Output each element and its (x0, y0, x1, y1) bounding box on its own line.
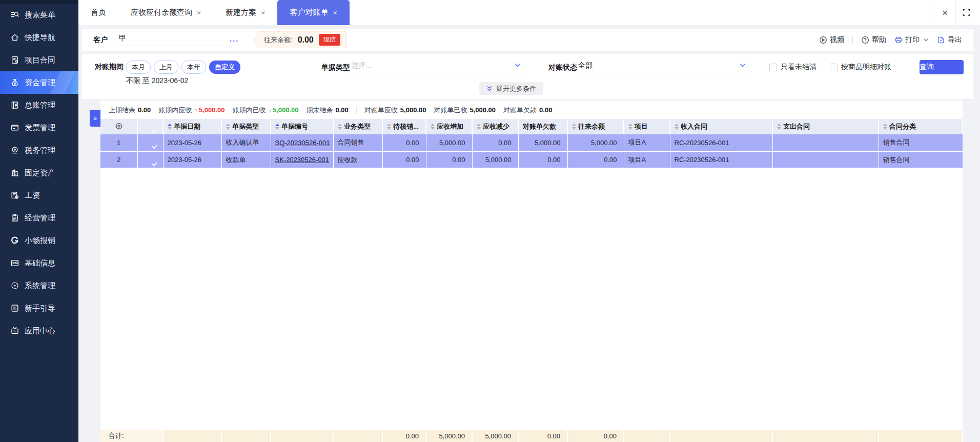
totals-pending: 0.00 (382, 430, 426, 442)
sort-icon[interactable] (168, 124, 172, 130)
prev-balance-label: 上期结余 (109, 106, 135, 114)
sidebar-item-project-contract[interactable]: 项目合同 (0, 49, 78, 71)
tab-balance-query[interactable]: 应收应付余额查询 × (118, 0, 213, 25)
status-select[interactable]: 全部 (578, 61, 746, 73)
sidebar-item-search-menu[interactable]: 搜索菜单 (0, 4, 78, 26)
tab-close-icon[interactable]: × (333, 9, 337, 17)
query-button[interactable]: 查询 (920, 60, 964, 74)
sidebar-item-general-ledger[interactable]: 总账管理 (0, 94, 78, 116)
sidebar-item-salary[interactable]: 工资 (0, 184, 78, 207)
sort-icon[interactable] (572, 124, 576, 130)
sidebar-item-label: 工资 (25, 191, 40, 200)
expand-more-button[interactable]: 展开更多条件 (479, 82, 543, 95)
col-ar-decrease[interactable]: 应收减少 (472, 119, 518, 134)
sort-icon[interactable] (226, 124, 230, 130)
sort-icon[interactable] (883, 124, 887, 130)
print-button[interactable]: 打印 (894, 35, 929, 45)
sidebar-item-fixed-assets[interactable]: 固定资产 (0, 162, 78, 184)
export-button[interactable]: 导出 (937, 35, 962, 45)
cell-expense-contract (772, 134, 879, 151)
app-window: 搜索菜单 快捷导航 项目合同 资金管理 总账管理 发票管理 (0, 0, 980, 442)
sort-icon[interactable] (431, 124, 435, 130)
cell-doc-type: 收入确认单 (221, 134, 271, 151)
sidebar-item-invoice-management[interactable]: 发票管理 (0, 116, 78, 139)
doc-type-select[interactable]: 选择... (351, 61, 521, 73)
expand-more-label: 展开更多条件 (496, 84, 536, 93)
sidebar-item-newbie-guide[interactable]: 新 新手引导 (0, 297, 78, 319)
print-label: 打印 (905, 35, 920, 45)
period-this-year[interactable]: 本年 (181, 61, 206, 74)
cell-ar-increase: 5,000.00 (426, 134, 472, 151)
sort-icon[interactable] (338, 124, 342, 130)
cell-stmt-debt: 5,000.00 (518, 134, 567, 151)
table-row[interactable]: 2 2023-05-26 收款单 SK-20230526-001 应收款 0.0… (100, 151, 963, 168)
tab-bar: 首页 应收应付余额查询 × 新建方案 × 客户对账单 × × (78, 0, 980, 25)
by-product-detail-label: 按商品明细对账 (841, 63, 891, 72)
sort-icon[interactable] (675, 124, 679, 130)
tab-new-plan[interactable]: 新建方案 × (213, 0, 277, 25)
sidebar-item-basic-info[interactable]: 基础信息 (0, 252, 78, 274)
cell-expense-contract (772, 151, 879, 168)
tab-customer-statement[interactable]: 客户对账单 × (277, 0, 349, 25)
customer-label: 客户 (93, 35, 108, 45)
sidebar-item-xiaochang-expense[interactable]: 小畅报销 (0, 229, 78, 252)
close-icon[interactable]: × (934, 0, 955, 25)
statement-card: 上期结余0.00 账期内应收↑5,000.00 账期内已收↓5,000.00 期… (100, 101, 963, 442)
fullscreen-icon[interactable] (955, 0, 977, 25)
sidebar-item-funds-management[interactable]: 资金管理 (0, 71, 78, 94)
doc-type-label: 单据类型 (321, 63, 350, 72)
doc-no-link[interactable]: SK-20230526-001 (275, 156, 330, 164)
system-icon (10, 281, 19, 290)
col-biz-type[interactable]: 业务类型 (333, 119, 382, 134)
table-header-row: 单据日期 单据类型 单据编号 业务类型 待核销... 应收增加 应收减少 对账单… (100, 119, 963, 134)
period-this-month[interactable]: 本月 (126, 61, 151, 74)
col-expense-contract[interactable]: 支出合同 (772, 119, 879, 134)
sort-icon[interactable] (275, 124, 279, 130)
period-custom[interactable]: 自定义 (209, 61, 240, 74)
sidebar-item-label: 税务管理 (25, 146, 55, 155)
tab-home[interactable]: 首页 (78, 0, 118, 25)
col-pending[interactable]: 待核销... (382, 119, 426, 134)
sidebar-item-app-center[interactable]: 应用中心 (0, 319, 78, 342)
customer-input[interactable]: 甲 ··· (116, 34, 240, 46)
video-button[interactable]: 视频 (819, 35, 844, 45)
table-row[interactable]: 1 2023-05-26 收入确认单 SQ-20230526-001 合同销售 … (100, 134, 963, 151)
collapse-panel-button[interactable]: » (90, 110, 100, 127)
col-contract-class[interactable]: 合同分类 (879, 119, 963, 134)
customer-picker-ellipsis-icon[interactable]: ··· (230, 39, 239, 43)
column-settings-icon[interactable] (100, 119, 137, 134)
sidebar-item-system-management[interactable]: 系统管理 (0, 274, 78, 297)
row-index: 2 (100, 151, 137, 168)
money-bag-icon (10, 78, 19, 87)
period-last-month[interactable]: 上月 (154, 61, 178, 74)
sort-icon[interactable] (777, 124, 781, 130)
col-ar-increase[interactable]: 应收增加 (426, 119, 472, 134)
col-date[interactable]: 单据日期 (163, 119, 221, 134)
cell-contract-class: 销售合同 (879, 151, 963, 168)
sort-icon[interactable] (477, 124, 481, 130)
tab-close-icon[interactable]: × (261, 9, 265, 17)
sidebar-item-business-management[interactable]: 经营管理 (0, 207, 78, 229)
stats-divider (356, 107, 357, 114)
col-project[interactable]: 项目 (624, 119, 670, 134)
help-button[interactable]: 帮助 (861, 35, 886, 45)
col-doc-no[interactable]: 单据编号 (271, 119, 333, 134)
col-stmt-debt[interactable]: 对账单欠款 (518, 119, 567, 134)
sort-icon[interactable] (628, 124, 632, 130)
doc-no-link[interactable]: SQ-20230526-001 (275, 139, 330, 147)
sort-icon[interactable] (387, 124, 391, 130)
sidebar-item-tax-management[interactable]: 税务管理 (0, 139, 78, 162)
tab-label: 新建方案 (226, 8, 256, 17)
by-product-detail-checkbox[interactable] (830, 64, 838, 71)
cash-settle-badge[interactable]: 现结 (319, 34, 340, 46)
sidebar-item-quick-nav[interactable]: 快捷导航 (0, 26, 78, 49)
only-unsettled-checkbox[interactable] (769, 64, 777, 71)
col-income-contract[interactable]: 收入合同 (670, 119, 772, 134)
col-doc-type[interactable]: 单据类型 (221, 119, 271, 134)
sidebar-item-label: 小畅报销 (25, 236, 55, 246)
tab-close-icon[interactable]: × (197, 9, 201, 17)
customer-header-bar: 客户 甲 ··· 往来余额: 0.00 现结 视频 帮助 打印 (82, 29, 973, 51)
period-receivable-label: 账期内应收 (158, 106, 192, 114)
col-balance[interactable]: 往来余额 (567, 119, 624, 134)
period-range-value[interactable]: 不限 至 2023-06-02 (126, 76, 188, 86)
